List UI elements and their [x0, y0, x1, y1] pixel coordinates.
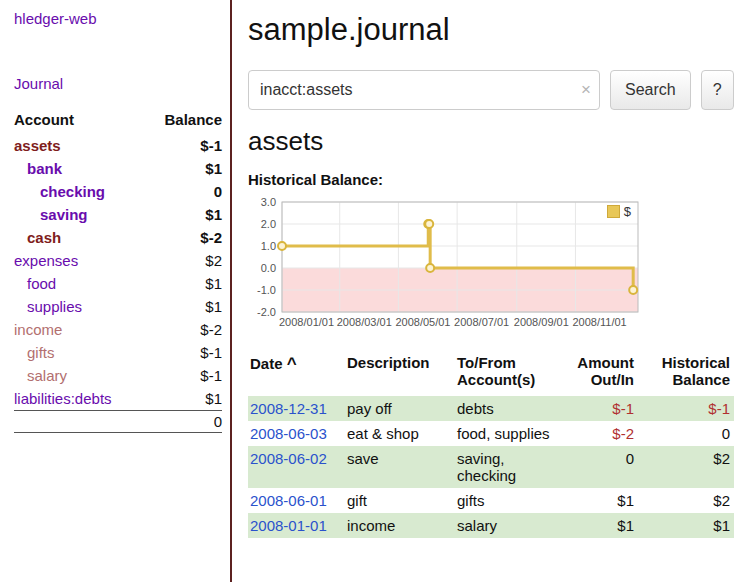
account-link[interactable]: food	[27, 275, 56, 292]
search-input[interactable]	[248, 70, 600, 110]
app-window: hledger-web Journal Account Balance asse…	[0, 0, 742, 582]
transaction-amount: $1	[555, 513, 638, 538]
account-link[interactable]: gifts	[27, 344, 55, 361]
account-link[interactable]: income	[14, 321, 62, 338]
account-balance: $1	[145, 157, 222, 180]
svg-text:2008/11/01: 2008/11/01	[572, 316, 626, 328]
data-point-marker	[425, 220, 433, 228]
legend-swatch	[607, 205, 620, 218]
app-title-link[interactable]: hledger-web	[14, 10, 222, 27]
help-button[interactable]: ?	[701, 70, 734, 110]
col-header-account[interactable]: To/From Account(s)	[455, 352, 555, 396]
account-balance: $1	[145, 272, 222, 295]
account-row: expenses$2	[14, 249, 222, 272]
transaction-date-link[interactable]: 2008-06-03	[248, 421, 345, 446]
transaction-description: income	[345, 513, 455, 538]
search-bar: × Search ?	[248, 70, 736, 110]
account-balance: $1	[145, 387, 222, 411]
account-balance: $1	[145, 295, 222, 318]
transaction-date-link[interactable]: 2008-06-01	[248, 488, 345, 513]
account-row: income$-2	[14, 318, 222, 341]
col-header-date[interactable]: Date ^	[248, 352, 345, 396]
transaction-amount: $1	[555, 488, 638, 513]
page-title: sample.journal	[248, 12, 736, 48]
account-link[interactable]: saving	[40, 206, 88, 223]
transaction-description: save	[345, 446, 455, 488]
transaction-date-link[interactable]: 2008-06-02	[248, 446, 345, 488]
account-balance: $-2	[145, 318, 222, 341]
search-button[interactable]: Search	[610, 70, 691, 110]
accounts-total-row: 0	[14, 411, 222, 433]
sidebar-item-journal[interactable]: Journal	[14, 75, 222, 92]
account-balance: $1	[145, 203, 222, 226]
account-link[interactable]: supplies	[27, 298, 82, 315]
account-row: salary$-1	[14, 364, 222, 387]
col-header-balance[interactable]: Historical Balance	[638, 352, 734, 396]
transaction-description: gift	[345, 488, 455, 513]
svg-text:2008/01/01: 2008/01/01	[279, 316, 334, 328]
register-row: 2008-06-01giftgifts$1$2	[248, 488, 734, 513]
account-balance: $-1	[145, 364, 222, 387]
main-content: sample.journal × Search ? assets Histori…	[232, 0, 742, 582]
transaction-amount: 0	[555, 446, 638, 488]
account-balance: 0	[145, 180, 222, 203]
account-row: food$1	[14, 272, 222, 295]
account-balance: $-2	[145, 226, 222, 249]
sort-ascending-icon: ^	[287, 354, 297, 373]
account-balance: $-1	[145, 134, 222, 157]
account-row: gifts$-1	[14, 341, 222, 364]
transaction-description: pay off	[345, 396, 455, 421]
transaction-accounts: debts	[455, 396, 555, 421]
account-row: assets$-1	[14, 134, 222, 157]
data-point-marker	[629, 286, 637, 294]
transaction-accounts: salary	[455, 513, 555, 538]
account-link[interactable]: liabilities:debts	[14, 390, 112, 407]
chart-svg: 3.02.01.00.0-1.0-2.02008/01/012008/03/01…	[248, 196, 644, 338]
account-link[interactable]: bank	[27, 160, 62, 177]
register-row: 2008-06-02savesaving, checking0$2	[248, 446, 734, 488]
svg-text:2008/09/01: 2008/09/01	[514, 316, 569, 328]
account-link[interactable]: expenses	[14, 252, 78, 269]
account-link[interactable]: salary	[27, 367, 67, 384]
col-header-description[interactable]: Description	[345, 352, 455, 396]
svg-text:3.0: 3.0	[261, 196, 276, 208]
register-row: 2008-12-31pay offdebts$-1$-1	[248, 396, 734, 421]
account-heading: assets	[248, 126, 736, 157]
transaction-date-link[interactable]: 2008-01-01	[248, 513, 345, 538]
balance-column-header: Balance	[145, 108, 222, 134]
transaction-balance: $-1	[638, 396, 734, 421]
svg-text:1.0: 1.0	[261, 240, 276, 252]
transaction-date-link[interactable]: 2008-12-31	[248, 396, 345, 421]
transaction-balance: 0	[638, 421, 734, 446]
historical-balance-chart: 3.02.01.00.0-1.0-2.02008/01/012008/03/01…	[248, 196, 644, 338]
transaction-balance: $2	[638, 488, 734, 513]
account-row: supplies$1	[14, 295, 222, 318]
transaction-balance: $1	[638, 513, 734, 538]
transaction-accounts: saving, checking	[455, 446, 555, 488]
sidebar: hledger-web Journal Account Balance asse…	[0, 0, 230, 582]
transaction-balance: $2	[638, 446, 734, 488]
account-link[interactable]: checking	[40, 183, 105, 200]
transaction-accounts: gifts	[455, 488, 555, 513]
legend-label: $	[624, 204, 631, 219]
col-header-date-label: Date	[250, 355, 283, 372]
account-row: checking0	[14, 180, 222, 203]
register-table: Date ^ Description To/From Account(s) Am…	[248, 352, 734, 538]
account-row: saving$1	[14, 203, 222, 226]
svg-text:2008/05/01: 2008/05/01	[395, 316, 450, 328]
chart-title: Historical Balance:	[248, 171, 736, 188]
svg-text:2.0: 2.0	[261, 218, 276, 230]
account-row: bank$1	[14, 157, 222, 180]
transaction-accounts: food, supplies	[455, 421, 555, 446]
account-link[interactable]: assets	[14, 137, 61, 154]
col-header-amount[interactable]: Amount Out/In	[555, 352, 638, 396]
account-link[interactable]: cash	[27, 229, 61, 246]
svg-text:-2.0: -2.0	[257, 306, 276, 318]
accounts-total-value: 0	[145, 411, 222, 433]
chart-legend: $	[604, 203, 634, 220]
register-header-row: Date ^ Description To/From Account(s) Am…	[248, 352, 734, 396]
accounts-table: Account Balance assets$-1bank$1checking0…	[14, 108, 222, 433]
account-row: liabilities:debts$1	[14, 387, 222, 411]
accounts-table-header: Account Balance	[14, 108, 222, 134]
clear-search-icon[interactable]: ×	[581, 80, 591, 100]
